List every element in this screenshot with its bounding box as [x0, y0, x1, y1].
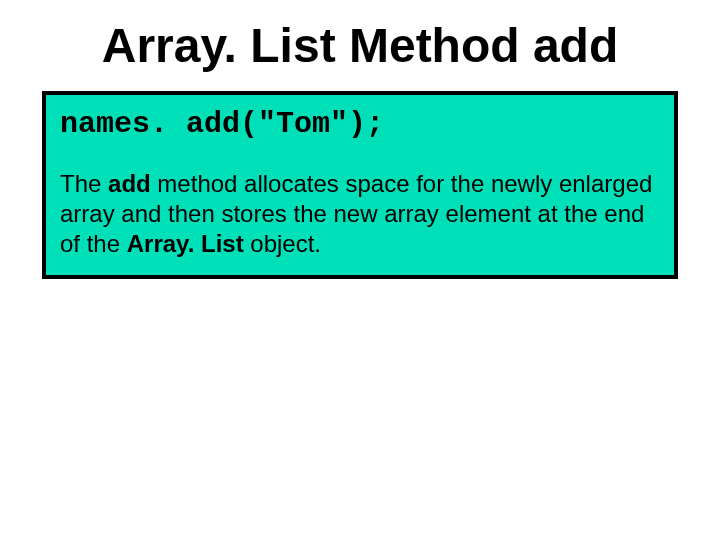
desc-text-3: object.	[244, 230, 321, 257]
desc-bold-2: Array. List	[127, 230, 244, 257]
slide-container: Array. List Method add names. add("Tom")…	[0, 0, 720, 540]
code-line: names. add("Tom");	[60, 107, 660, 141]
desc-text-1: The	[60, 170, 108, 197]
slide-title: Array. List Method add	[42, 18, 678, 73]
code-box: names. add("Tom"); The add method alloca…	[42, 91, 678, 279]
desc-bold-1: add	[108, 170, 151, 197]
description: The add method allocates space for the n…	[60, 169, 660, 259]
